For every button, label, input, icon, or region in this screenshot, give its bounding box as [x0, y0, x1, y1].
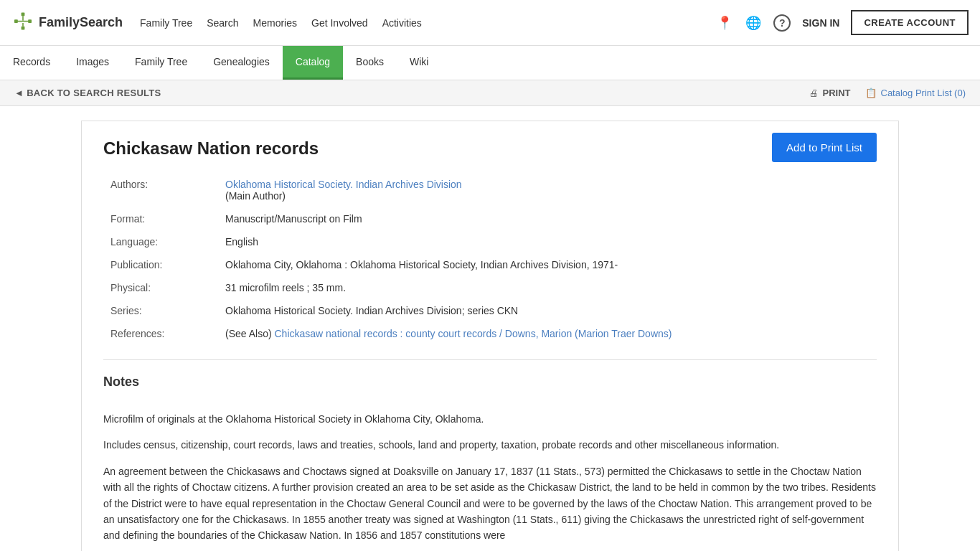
table-row: Format: Manuscript/Manuscript on Film: [103, 207, 877, 230]
sign-in-button[interactable]: SIGN IN: [802, 17, 839, 29]
nav-memories[interactable]: Memories: [253, 14, 297, 32]
location-icon[interactable]: 📍: [716, 14, 733, 32]
logo-icon: [11, 11, 34, 34]
author-link[interactable]: Oklahoma Historical Society. Indian Arch…: [225, 179, 462, 190]
list-icon: 📋: [865, 88, 877, 98]
label-physical: Physical:: [103, 276, 218, 299]
author-role: (Main Author): [225, 190, 286, 202]
print-label: PRINT: [823, 88, 851, 98]
logo-area[interactable]: FamilySearch: [11, 11, 123, 34]
metadata-table: Authors: Oklahoma Historical Society. In…: [103, 173, 877, 345]
divider: [103, 359, 877, 360]
label-authors: Authors:: [103, 173, 218, 207]
header-actions: 📍 🌐 ? SIGN IN CREATE ACCOUNT: [716, 10, 969, 35]
record-title: Chickasaw Nation records: [103, 138, 877, 159]
nav-get-involved[interactable]: Get Involved: [311, 14, 368, 32]
notes-para-3: An agreement between the Chickasaws and …: [103, 463, 877, 544]
help-icon[interactable]: ?: [773, 14, 791, 32]
label-references: References:: [103, 322, 218, 345]
back-chevron-icon: ◄: [14, 88, 24, 98]
table-row: Authors: Oklahoma Historical Society. In…: [103, 173, 877, 207]
value-format: Manuscript/Manuscript on Film: [218, 207, 877, 230]
tab-genealogies[interactable]: Genealogies: [200, 46, 283, 80]
catalog-print-list-action[interactable]: 📋 Catalog Print List (0): [865, 88, 966, 98]
tab-wiki[interactable]: Wiki: [397, 46, 441, 80]
header: FamilySearch Family Tree Search Memories…: [0, 0, 980, 46]
tab-catalog[interactable]: Catalog: [283, 46, 343, 80]
globe-icon[interactable]: 🌐: [745, 14, 762, 32]
record-container: Add to Print List Chickasaw Nation recor…: [81, 121, 899, 551]
back-to-search-link[interactable]: ◄ BACK TO SEARCH RESULTS: [14, 88, 161, 98]
value-publication: Oklahoma City, Oklahoma : Oklahoma Histo…: [218, 253, 877, 276]
notes-para-1: Microfilm of originals at the Oklahoma H…: [103, 411, 877, 427]
table-row: Series: Oklahoma Historical Society. Ind…: [103, 299, 877, 322]
table-row: References: (See Also) Chickasaw nationa…: [103, 322, 877, 345]
value-authors: Oklahoma Historical Society. Indian Arch…: [218, 173, 877, 207]
value-references: (See Also) Chickasaw national records : …: [218, 322, 877, 345]
label-language: Language:: [103, 230, 218, 253]
references-link[interactable]: Chickasaw national records : county cour…: [274, 328, 672, 339]
value-language: English: [218, 230, 877, 253]
table-row: Publication: Oklahoma City, Oklahoma : O…: [103, 253, 877, 276]
add-to-print-button[interactable]: Add to Print List: [772, 133, 877, 162]
create-account-button[interactable]: CREATE ACCOUNT: [851, 10, 969, 35]
label-series: Series:: [103, 299, 218, 322]
table-row: Language: English: [103, 230, 877, 253]
nav-family-tree[interactable]: Family Tree: [140, 14, 192, 32]
references-prefix: (See Also): [225, 328, 274, 339]
breadcrumb-bar: ◄ BACK TO SEARCH RESULTS 🖨 PRINT 📋 Catal…: [0, 80, 980, 106]
label-publication: Publication:: [103, 253, 218, 276]
catalog-print-list-link[interactable]: Catalog Print List (0): [881, 88, 966, 98]
notes-section: Notes Microfilm of originals at the Okla…: [103, 375, 877, 544]
nav-activities[interactable]: Activities: [382, 14, 422, 32]
main-nav: Family Tree Search Memories Get Involved…: [140, 14, 716, 32]
print-action[interactable]: 🖨 PRINT: [809, 88, 851, 98]
label-format: Format:: [103, 207, 218, 230]
main-content: Add to Print List Chickasaw Nation recor…: [67, 106, 913, 551]
notes-title: Notes: [103, 375, 877, 390]
nav-search[interactable]: Search: [207, 14, 238, 32]
value-series: Oklahoma Historical Society. Indian Arch…: [218, 299, 877, 322]
svg-rect-0: [22, 12, 25, 16]
table-row: Physical: 31 microfilm reels ; 35 mm.: [103, 276, 877, 299]
tab-family-tree[interactable]: Family Tree: [122, 46, 200, 80]
value-physical: 31 microfilm reels ; 35 mm.: [218, 276, 877, 299]
print-icon: 🖨: [809, 88, 819, 98]
breadcrumb-actions: 🖨 PRINT 📋 Catalog Print List (0): [809, 88, 966, 98]
notes-para-2: Includes census, citizenship, court reco…: [103, 437, 877, 453]
svg-rect-3: [22, 26, 25, 29]
tab-books[interactable]: Books: [343, 46, 397, 80]
tab-images[interactable]: Images: [63, 46, 122, 80]
sub-nav: Records Images Family Tree Genealogies C…: [0, 46, 980, 80]
tab-records[interactable]: Records: [0, 46, 63, 80]
logo-text: FamilySearch: [39, 15, 123, 30]
back-label: BACK TO SEARCH RESULTS: [27, 88, 161, 98]
